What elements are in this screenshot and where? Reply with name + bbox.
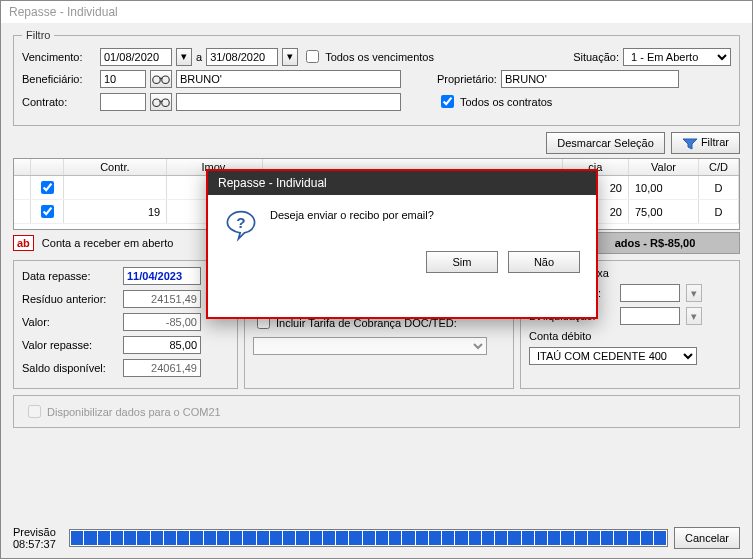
nao-button[interactable]: Não bbox=[508, 251, 580, 273]
row-check[interactable] bbox=[41, 181, 54, 194]
tarifa-select bbox=[253, 337, 487, 355]
valor-repasse-label: Valor repasse: bbox=[22, 339, 117, 351]
contrato-label: Contrato: bbox=[22, 96, 96, 108]
data-repasse-label: Data repasse: bbox=[22, 270, 117, 282]
saldo-disponivel-label: Saldo disponível: bbox=[22, 362, 117, 374]
residuo-anterior-field bbox=[123, 290, 201, 308]
proprietario-label: Proprietário: bbox=[437, 73, 497, 85]
dt-liquidacao-input bbox=[620, 307, 680, 325]
valor-repasse-input[interactable] bbox=[123, 336, 201, 354]
binoculars-icon bbox=[152, 95, 170, 109]
valor-field bbox=[123, 313, 201, 331]
dt-liquidacao-dropdown: ▾ bbox=[686, 307, 702, 325]
progress-bar bbox=[69, 529, 668, 547]
dt-pagamento-input bbox=[620, 284, 680, 302]
previsao-label: Previsão 08:57:37 bbox=[13, 526, 63, 550]
contrato-search-button[interactable] bbox=[150, 93, 172, 111]
beneficiario-label: Beneficiário: bbox=[22, 73, 96, 85]
todos-contratos-checkbox[interactable]: Todos os contratos bbox=[437, 92, 552, 111]
svg-point-3 bbox=[162, 99, 170, 107]
data-repasse-input[interactable] bbox=[123, 267, 201, 285]
contrato-desc-input[interactable] bbox=[176, 93, 401, 111]
vencimento-label: Vencimento: bbox=[22, 51, 96, 63]
valor-label: Valor: bbox=[22, 316, 117, 328]
saldo-disponivel-field bbox=[123, 359, 201, 377]
vencimento-ate-input[interactable] bbox=[206, 48, 278, 66]
situacao-label: Situação: bbox=[573, 51, 619, 63]
repasse-panel: Data repasse: ▾ Resíduo anterior: Valor:… bbox=[13, 260, 238, 389]
situacao-select[interactable]: 1 - Em Aberto bbox=[623, 48, 731, 66]
todos-venc-check[interactable] bbox=[306, 50, 319, 63]
filtrar-button[interactable]: Filtrar bbox=[671, 132, 740, 154]
filter-icon bbox=[682, 138, 698, 150]
binoculars-icon bbox=[152, 72, 170, 86]
sim-button[interactable]: Sim bbox=[426, 251, 498, 273]
com21-check bbox=[28, 405, 41, 418]
row-check[interactable] bbox=[41, 205, 54, 218]
ab-label: Conta a receber em aberto bbox=[42, 237, 173, 249]
desmarcar-button[interactable]: Desmarcar Seleção bbox=[546, 132, 665, 154]
residuo-anterior-label: Resíduo anterior: bbox=[22, 293, 117, 305]
todos-venc-checkbox[interactable]: Todos os vencimentos bbox=[302, 47, 434, 66]
cancelar-button[interactable]: Cancelar bbox=[674, 527, 740, 549]
conta-debito-select[interactable]: ITAÚ COM CEDENTE 400 bbox=[529, 347, 697, 365]
com21-checkbox: Disponibilizar dados para o COM21 bbox=[24, 402, 221, 421]
filtro-group: Filtro Vencimento: ▾ a ▾ Todos os vencim… bbox=[13, 29, 740, 126]
confirm-dialog: Repasse - Individual ? Deseja enviar o r… bbox=[206, 169, 598, 319]
vencimento-de-input[interactable] bbox=[100, 48, 172, 66]
beneficiario-search-button[interactable] bbox=[150, 70, 172, 88]
svg-text:?: ? bbox=[236, 214, 245, 231]
dialog-text: Deseja enviar o recibo por email? bbox=[270, 209, 434, 221]
vencimento-de-dropdown[interactable]: ▾ bbox=[176, 48, 192, 66]
conta-debito-label: Conta débito bbox=[529, 330, 614, 342]
ab-badge: ab bbox=[13, 235, 34, 251]
svg-point-2 bbox=[153, 99, 161, 107]
proprietario-nome bbox=[501, 70, 679, 88]
filtro-legend: Filtro bbox=[22, 29, 54, 41]
question-icon: ? bbox=[224, 209, 258, 243]
venc-a-label: a bbox=[196, 51, 202, 63]
svg-point-0 bbox=[153, 76, 161, 84]
svg-point-1 bbox=[162, 76, 170, 84]
com21-box: Disponibilizar dados para o COM21 bbox=[13, 395, 740, 428]
vencimento-ate-dropdown[interactable]: ▾ bbox=[282, 48, 298, 66]
main-window: Repasse - Individual Filtro Vencimento: … bbox=[0, 0, 753, 559]
todos-contratos-check[interactable] bbox=[441, 95, 454, 108]
dialog-title: Repasse - Individual bbox=[208, 171, 596, 195]
beneficiario-nome-input[interactable] bbox=[176, 70, 401, 88]
contrato-cod-input[interactable] bbox=[100, 93, 146, 111]
window-title: Repasse - Individual bbox=[1, 1, 752, 23]
dt-pagamento-dropdown: ▾ bbox=[686, 284, 702, 302]
beneficiario-cod-input[interactable] bbox=[100, 70, 146, 88]
